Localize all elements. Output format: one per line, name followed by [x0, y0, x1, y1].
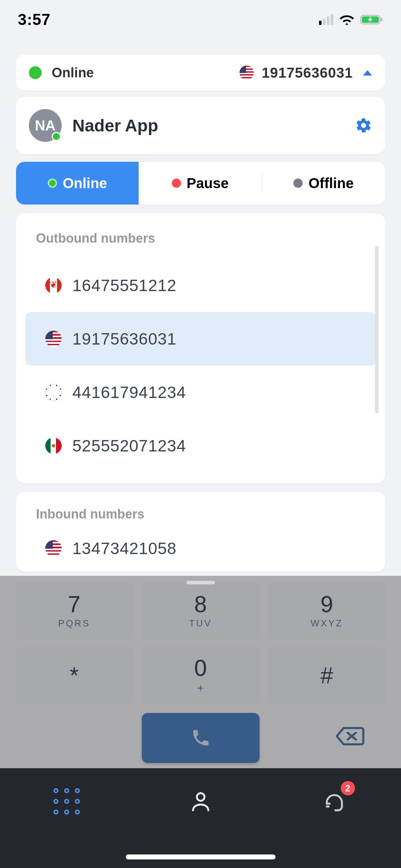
flag-mx-icon — [45, 438, 62, 454]
keypad-grid-icon — [53, 788, 81, 815]
selected-number: 19175636031 — [262, 65, 353, 81]
profile-name: Nader App — [72, 116, 158, 135]
cellular-signal-icon — [319, 14, 333, 25]
outbound-numbers-card: Outbound numbers 16475551212 19175636031… — [16, 213, 385, 483]
wifi-icon — [340, 14, 354, 25]
outbound-number: 19175636031 — [72, 329, 176, 348]
nav-activity[interactable]: 2 — [317, 784, 352, 820]
keypad-key-7[interactable]: 7 PQRS — [15, 582, 133, 639]
nav-keypad[interactable] — [49, 784, 85, 820]
keypad-letters: TUV — [189, 618, 212, 629]
keypad-key-star[interactable]: * — [15, 647, 133, 704]
outbound-number: 441617941234 — [72, 383, 186, 402]
sheet-grabber[interactable] — [186, 581, 215, 584]
notification-badge: 2 — [341, 781, 355, 795]
status-bar: 3:57 — [0, 0, 401, 39]
status-time: 3:57 — [18, 11, 51, 29]
scroll-indicator[interactable] — [375, 246, 379, 413]
section-title-outbound: Outbound numbers — [16, 224, 385, 259]
flag-uk-icon — [45, 384, 62, 401]
gear-icon — [355, 117, 372, 134]
outbound-number-row[interactable]: 441617941234 — [25, 366, 376, 419]
section-title-inbound: Inbound numbers — [16, 497, 385, 525]
pause-dot-icon — [172, 179, 181, 188]
segment-label: Offline — [308, 175, 354, 191]
flag-us-icon — [240, 66, 254, 80]
settings-sheet: Online 19175636031 NA Nader App Online P… — [5, 46, 396, 584]
presence-dot-icon — [52, 132, 61, 141]
status-label: Online — [52, 65, 94, 81]
keypad-digit: 7 — [68, 593, 81, 616]
keypad-letters: PQRS — [58, 618, 90, 629]
outbound-number: 16475551212 — [72, 276, 176, 295]
headset-icon — [323, 790, 346, 813]
inbound-numbers-card: Inbound numbers 13473421058 — [16, 492, 385, 572]
segment-offline[interactable]: Offline — [262, 162, 385, 205]
status-segmented-control: Online Pause Offline — [16, 162, 385, 205]
avatar-initials: NA — [35, 118, 56, 134]
keypad-digit: 8 — [194, 593, 207, 616]
avatar[interactable]: NA — [29, 109, 62, 142]
nav-contacts[interactable] — [183, 784, 219, 820]
segment-pause[interactable]: Pause — [139, 162, 261, 205]
chevron-up-icon — [363, 70, 372, 76]
outbound-number-row[interactable]: 525552071234 — [25, 419, 376, 472]
call-button[interactable] — [142, 713, 259, 763]
home-indicator[interactable] — [126, 854, 276, 859]
segment-label: Online — [63, 175, 107, 191]
keypad-digit: # — [320, 664, 333, 687]
profile-bar: NA Nader App — [16, 97, 385, 154]
keypad-letters: WXYZ — [310, 618, 343, 629]
inbound-number: 13473421058 — [72, 539, 176, 558]
outbound-number-row[interactable]: 19175636031 — [25, 312, 376, 366]
svg-rect-2 — [381, 18, 382, 21]
keypad-digit: 0 — [194, 657, 207, 680]
backspace-icon — [335, 725, 365, 747]
flag-us-icon — [45, 540, 62, 557]
keypad-digit: * — [70, 664, 79, 687]
inbound-number-row[interactable]: 13473421058 — [25, 525, 376, 572]
keypad-digit: 9 — [320, 593, 333, 616]
settings-button[interactable] — [355, 117, 372, 134]
outbound-number-row[interactable]: 16475551212 — [25, 259, 376, 312]
outbound-number: 525552071234 — [72, 436, 186, 455]
online-dot-icon — [48, 179, 57, 188]
keypad-key-0[interactable]: 0 + — [141, 647, 259, 704]
flag-ca-icon — [45, 277, 62, 294]
keypad-key-9[interactable]: 9 WXYZ — [268, 582, 386, 639]
person-icon — [189, 790, 212, 813]
offline-dot-icon — [293, 179, 303, 188]
selected-number-bar[interactable]: Online 19175636031 — [16, 55, 385, 91]
segment-online[interactable]: Online — [16, 162, 139, 205]
phone-icon — [191, 728, 211, 748]
battery-charging-icon — [360, 14, 383, 25]
status-dot-icon — [29, 66, 42, 79]
flag-us-icon — [45, 331, 62, 347]
segment-label: Pause — [187, 175, 229, 191]
keypad-key-8[interactable]: 8 TUV — [141, 582, 259, 639]
keypad-letters: + — [197, 682, 204, 695]
backspace-button[interactable] — [335, 725, 365, 748]
keypad-key-hash[interactable]: # — [268, 647, 386, 704]
bottom-nav: 2 — [0, 768, 401, 868]
